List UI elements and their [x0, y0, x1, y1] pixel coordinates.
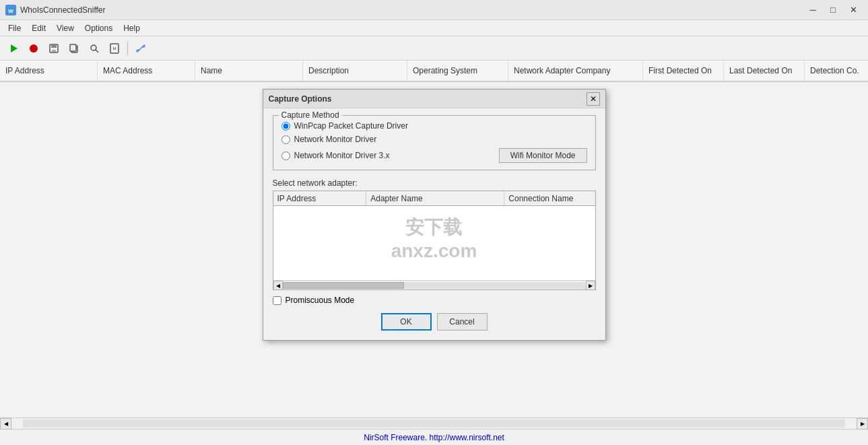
close-button[interactable]: ✕: [844, 3, 863, 18]
adapter-scroll-left-arrow[interactable]: ◀: [273, 281, 283, 290]
col-adapter[interactable]: Network Adapter Company: [508, 61, 643, 81]
col-last-detected[interactable]: Last Detected On: [724, 61, 805, 81]
find-button[interactable]: [85, 39, 104, 58]
adapter-scroll-track[interactable]: [283, 282, 586, 289]
app-icon: W: [5, 5, 16, 15]
copy-button[interactable]: [65, 39, 84, 58]
save-button[interactable]: [44, 39, 63, 58]
menu-bar: File Edit View Options Help: [0, 20, 868, 36]
promiscuous-label[interactable]: Promiscuous Mode: [286, 296, 355, 305]
wifi-monitor-mode-button[interactable]: Wifi Monitor Mode: [499, 148, 587, 163]
radio-netmon-label[interactable]: Network Monitor Driver: [294, 135, 377, 144]
adapter-table-body[interactable]: 安下载 anxz.com: [273, 206, 595, 280]
bottom-scrollbar: ◀ ▶: [0, 417, 868, 429]
radio-winpcap-label[interactable]: WinPcap Packet Capture Driver: [294, 121, 408, 131]
promiscuous-checkbox[interactable]: [273, 296, 281, 305]
svg-text:H: H: [113, 46, 116, 50]
main-content: Capture Options ✕ Capture Method WinPcap…: [0, 82, 868, 417]
menu-help[interactable]: Help: [118, 22, 145, 34]
dialog-buttons: OK Cancel: [273, 313, 596, 333]
promiscuous-row: Promiscuous Mode: [273, 296, 596, 305]
adapter-col-connection[interactable]: Connection Name: [504, 191, 595, 205]
ok-button[interactable]: OK: [381, 313, 432, 331]
column-headers: IP Address MAC Address Name Description …: [0, 61, 868, 82]
dialog-close-button[interactable]: ✕: [587, 92, 600, 106]
scroll-left-arrow[interactable]: ◀: [0, 418, 11, 430]
radio-netmon3-label[interactable]: Network Monitor Driver 3.x: [294, 151, 390, 160]
link-button[interactable]: [131, 39, 150, 58]
radio-winpcap[interactable]: [281, 122, 290, 131]
radio-row-netmon: Network Monitor Driver: [281, 135, 587, 144]
watermark-line2: anxz.com: [391, 240, 477, 262]
col-mac[interactable]: MAC Address: [98, 61, 195, 81]
svg-rect-5: [51, 44, 57, 48]
stop-button[interactable]: [24, 39, 43, 58]
radio-row-netmon3: Network Monitor Driver 3.x Wifi Monitor …: [281, 148, 587, 163]
nirsoft-link[interactable]: NirSoft Freeware. http://www.nirsoft.net: [364, 433, 504, 442]
capture-method-legend: Capture Method: [279, 110, 342, 120]
radio-netmon[interactable]: [281, 135, 290, 144]
svg-marker-2: [11, 44, 18, 53]
radio-row-winpcap: WinPcap Packet Capture Driver: [281, 121, 587, 131]
scroll-right-arrow[interactable]: ▶: [857, 418, 868, 430]
col-detection-count[interactable]: Detection Co...: [805, 61, 859, 81]
svg-rect-6: [52, 50, 56, 52]
adapter-scroll-right-arrow[interactable]: ▶: [586, 281, 595, 290]
col-desc[interactable]: Description: [303, 61, 407, 81]
app-title: WhoIsConnectedSniffer: [20, 5, 803, 15]
radio-netmon3[interactable]: [281, 151, 290, 160]
svg-text:W: W: [8, 8, 13, 14]
title-bar: W WhoIsConnectedSniffer ─ □ ✕: [0, 0, 868, 20]
col-ip[interactable]: IP Address: [0, 61, 98, 81]
toolbar: H: [0, 36, 868, 61]
adapter-table-header: IP Address Adapter Name Connection Name: [273, 191, 595, 206]
capture-method-group: Capture Method WinPcap Packet Capture Dr…: [273, 115, 596, 170]
adapter-col-name[interactable]: Adapter Name: [366, 191, 504, 205]
adapter-scrollbar: ◀ ▶: [273, 280, 595, 289]
scroll-track[interactable]: [23, 419, 845, 427]
menu-view[interactable]: View: [51, 22, 79, 34]
watermark: 安下载 anxz.com: [391, 215, 477, 262]
html-button[interactable]: H: [105, 39, 124, 58]
menu-edit[interactable]: Edit: [26, 22, 51, 34]
col-name[interactable]: Name: [195, 61, 303, 81]
modal-overlay: Capture Options ✕ Capture Method WinPcap…: [0, 82, 868, 417]
svg-line-13: [139, 46, 143, 50]
col-first-detected[interactable]: First Detected On: [643, 61, 724, 81]
play-button[interactable]: [4, 39, 23, 58]
dialog-body: Capture Method WinPcap Packet Capture Dr…: [263, 108, 605, 340]
dialog-title-bar: Capture Options ✕: [263, 90, 605, 108]
menu-file[interactable]: File: [3, 22, 26, 34]
toolbar-separator: [127, 41, 128, 56]
watermark-line1: 安下载: [391, 215, 477, 240]
svg-point-9: [91, 45, 96, 50]
svg-point-3: [30, 44, 38, 53]
minimize-button[interactable]: ─: [803, 3, 822, 18]
maximize-button[interactable]: □: [824, 3, 842, 18]
dialog-title: Capture Options: [269, 94, 587, 104]
menu-options[interactable]: Options: [79, 22, 118, 34]
adapter-select-label: Select network adapter:: [273, 178, 596, 188]
col-os[interactable]: Operating System: [407, 61, 508, 81]
adapter-table: IP Address Adapter Name Connection Name …: [273, 191, 596, 290]
adapter-col-ip[interactable]: IP Address: [273, 191, 367, 205]
svg-line-10: [96, 50, 98, 53]
cancel-button[interactable]: Cancel: [437, 313, 488, 331]
adapter-scroll-thumb-fill[interactable]: [283, 282, 404, 289]
status-bar: NirSoft Freeware. http://www.nirsoft.net: [0, 429, 868, 445]
svg-rect-8: [70, 44, 76, 51]
capture-options-dialog: Capture Options ✕ Capture Method WinPcap…: [263, 89, 606, 341]
title-controls: ─ □ ✕: [803, 3, 863, 18]
